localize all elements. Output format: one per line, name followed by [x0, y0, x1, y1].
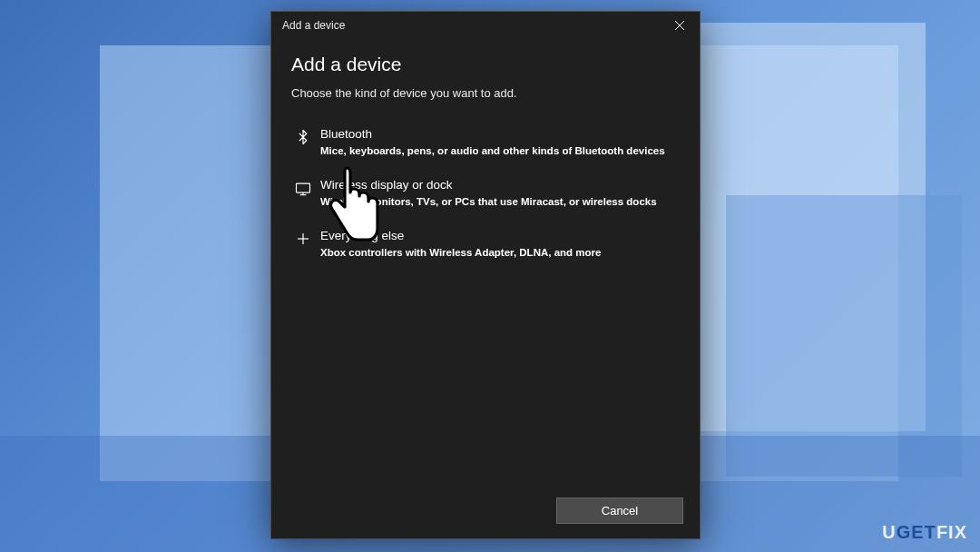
option-bluetooth[interactable]: Bluetooth Mice, keyboards, pens, or audi…: [291, 120, 680, 171]
option-title: Wireless display or dock: [320, 178, 676, 193]
plus-icon: [291, 229, 315, 247]
watermark: UGETFIX: [882, 522, 967, 543]
monitor-icon: [291, 178, 315, 198]
page-subtitle: Choose the kind of device you want to ad…: [291, 86, 680, 100]
close-button[interactable]: [660, 12, 700, 39]
close-icon: [675, 21, 684, 30]
option-desc: Xbox controllers with Wireless Adapter, …: [320, 245, 676, 260]
add-device-dialog: Add a device Add a device Choose the kin…: [270, 11, 701, 539]
option-everything-else[interactable]: Everything else Xbox controllers with Wi…: [291, 222, 680, 272]
dialog-footer: Cancel: [271, 487, 700, 538]
option-wireless-display[interactable]: Wireless display or dock Wireless monito…: [291, 171, 680, 222]
bluetooth-icon: [291, 127, 315, 145]
titlebar: Add a device: [271, 12, 700, 39]
cancel-button[interactable]: Cancel: [556, 498, 683, 524]
dialog-content: Add a device Choose the kind of device y…: [271, 39, 700, 487]
option-title: Bluetooth: [320, 127, 676, 143]
option-desc: Wireless monitors, TVs, or PCs that use …: [320, 194, 676, 209]
option-title: Everything else: [320, 229, 676, 244]
option-desc: Mice, keyboards, pens, or audio and othe…: [320, 143, 676, 158]
page-title: Add a device: [291, 54, 680, 75]
titlebar-title: Add a device: [282, 19, 660, 32]
svg-rect-2: [297, 183, 310, 192]
desktop-background-panel: [726, 195, 962, 477]
